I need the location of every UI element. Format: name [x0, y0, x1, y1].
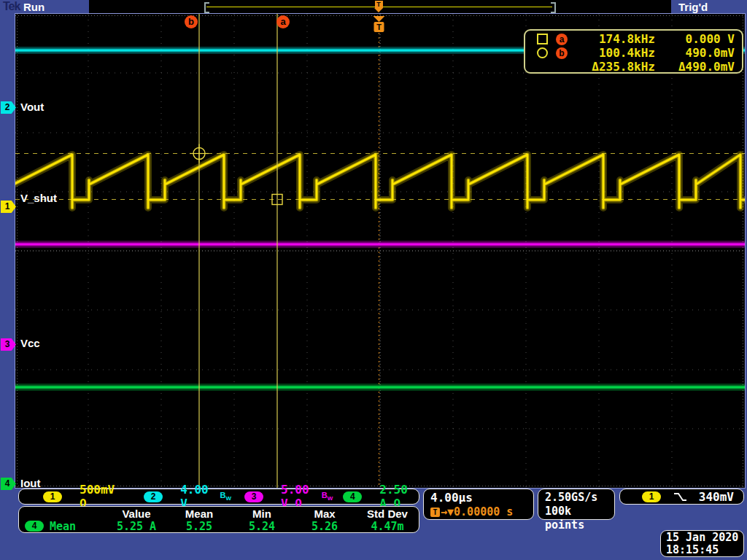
trigger-position-icon: T — [374, 1, 383, 13]
cursor-a-square-icon — [537, 34, 548, 44]
trigger-box: 1 340mV — [619, 489, 744, 505]
meas-value: 5.25 A — [105, 520, 168, 533]
ch3-position-marker: 3 — [1, 338, 16, 351]
trigger-t-icon: T — [430, 508, 440, 517]
cursor-a-voltage: 0.000 V — [655, 32, 735, 46]
meas-header-stddev: Std Dev — [356, 508, 419, 520]
meas-header-value: Value — [105, 508, 168, 520]
falling-edge-icon — [673, 491, 687, 502]
record-length: 100k points — [545, 505, 614, 532]
ch3-bandwidth-icon: BW — [322, 491, 333, 502]
ch3-badge: 3 — [244, 491, 263, 502]
ch4-position-marker: 4 — [1, 478, 16, 490]
ch1-label: V_shut — [20, 192, 57, 204]
meas-stddev: 4.47m — [356, 520, 419, 533]
acq-window-left-bracket — [204, 2, 209, 13]
waveform-display: T 1 2 3 4 Vout V_shut Vcc Iout b a — [15, 14, 745, 488]
time-label: 18:15:45 — [666, 544, 743, 556]
ch2-badge: 2 — [144, 491, 163, 502]
meas-mean: 5.25 — [168, 520, 231, 533]
channel-settings-bar: 1 500mV Ω 2 4.00 V BW 3 5.00 V Ω BW 4 2.… — [18, 489, 419, 505]
measurement-box: Value Mean Min Max Std Dev 4 Mean 5.25 A… — [18, 506, 419, 533]
ch2-label: Vout — [20, 101, 44, 113]
delay-arrows-icon: →▼ — [441, 505, 454, 518]
trigger-status: Trig'd — [678, 1, 708, 13]
meas-header-max: Max — [293, 508, 356, 520]
cursor-b-badge-small: b — [556, 47, 568, 59]
oscilloscope-screen: { "titlebar": { "logo": "Tek", "acq_stat… — [0, 0, 747, 560]
horizontal-scale: 4.00µs — [430, 491, 533, 505]
trigger-level: 340mV — [699, 490, 734, 504]
meas-min: 5.24 — [231, 520, 293, 533]
ch1-position-marker: 1 — [1, 201, 16, 213]
ch4-label: Iout — [20, 477, 41, 489]
acq-window-right-bracket — [551, 2, 556, 13]
horizontal-box: 4.00µs T→▼0.00000 s — [423, 489, 534, 520]
cursor-b-voltage: 490.0mV — [655, 46, 735, 60]
cursor-a-frequency: 174.8kHz — [575, 32, 655, 46]
meas-row-label: 4 Mean — [19, 520, 105, 533]
sample-rate: 2.50GS/s — [545, 491, 614, 505]
datetime-box: 15 Jan 2020 18:15:45 — [660, 530, 744, 557]
ch4-badge: 4 — [343, 491, 362, 502]
cursor-delta-frequency: Δ235.8kHz — [575, 60, 655, 74]
delay-value: 0.00000 s — [454, 505, 513, 518]
ch1-badge: 1 — [43, 491, 62, 502]
trigger-arrow-glyph — [374, 8, 383, 12]
date-label: 15 Jan 2020 — [666, 532, 743, 544]
graticule-and-traces: T — [15, 14, 745, 488]
acquisition-status: Run — [23, 1, 44, 13]
svg-text:T: T — [376, 23, 382, 31]
meas-channel-badge: 4 — [25, 521, 44, 532]
horizontal-delay: T→▼0.00000 s — [430, 505, 533, 518]
trigger-t-glyph: T — [375, 1, 383, 8]
meas-name: Mean — [50, 520, 76, 533]
meas-header-min: Min — [231, 508, 293, 520]
cursor-a-badge: a — [276, 15, 290, 28]
trigger-source-badge: 1 — [642, 491, 661, 502]
cursor-b-badge: b — [185, 15, 198, 28]
acquisition-preview-strip: T — [89, 0, 671, 14]
cursor-readout-box: a 174.8kHz 0.000 V b 100.4kHz 490.0mV Δ2… — [524, 29, 743, 74]
meas-max: 5.26 — [293, 520, 356, 533]
cursor-delta-voltage: Δ490.0mV — [655, 60, 735, 74]
title-bar: Tek Run T Trig'd — [0, 0, 747, 14]
cursor-b-circle-icon — [537, 47, 548, 58]
tek-logo: Tek — [3, 0, 20, 13]
cursor-a-badge-small: a — [556, 34, 568, 45]
acquisition-box: 2.50GS/s 100k points — [538, 489, 615, 520]
ch3-label: Vcc — [20, 337, 40, 349]
meas-header-mean: Mean — [168, 508, 231, 520]
ch2-position-marker: 2 — [1, 101, 16, 114]
cursor-b-frequency: 100.4kHz — [575, 46, 655, 60]
ch2-bandwidth-icon: BW — [220, 491, 231, 502]
